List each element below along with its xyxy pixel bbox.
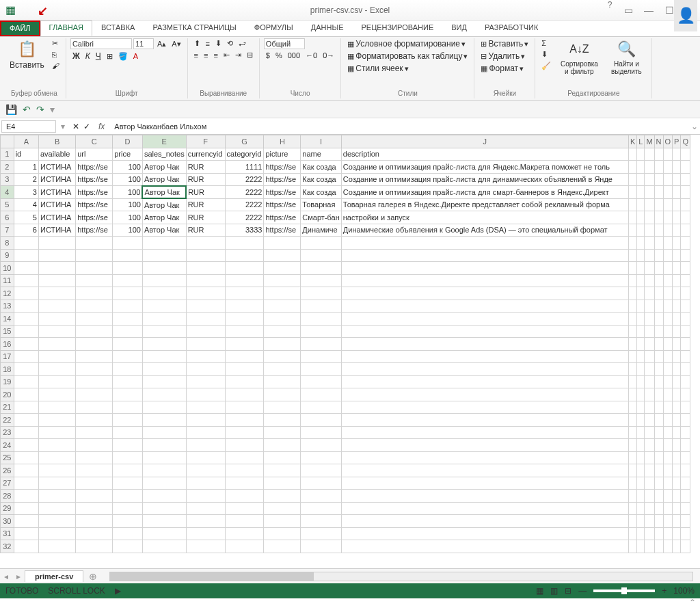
cell[interactable] [225,414,264,427]
cell[interactable] [637,490,645,503]
cell[interactable] [663,502,673,515]
cell[interactable] [341,540,628,553]
cut-icon[interactable]: ✂ [50,38,62,49]
cell[interactable] [341,515,628,528]
cell[interactable] [142,262,186,275]
cell[interactable] [645,287,654,300]
sort-filter-button[interactable]: A↓ZСортировка и фильтр [556,38,602,77]
cell[interactable] [14,464,38,477]
cell[interactable]: https://se [264,186,301,199]
cell[interactable] [637,148,645,161]
cell[interactable] [113,249,143,262]
cell[interactable] [673,148,681,161]
cell[interactable]: 2 [14,173,38,186]
cell[interactable] [645,350,654,363]
cell[interactable] [673,198,681,211]
merge-icon[interactable]: ⊟ [245,50,255,60]
cell[interactable] [654,313,663,326]
cell[interactable] [681,211,690,224]
cell[interactable] [14,388,38,401]
zoom-out-icon[interactable]: — [578,586,587,596]
cell[interactable] [637,249,645,262]
cell[interactable] [628,173,636,186]
cell[interactable] [142,388,186,401]
cell[interactable] [186,490,225,503]
cell[interactable] [76,439,113,452]
cell[interactable] [663,211,673,224]
cell[interactable] [654,338,663,351]
align-middle-icon[interactable]: ≡ [204,39,212,49]
cell[interactable] [113,527,143,540]
cell[interactable] [681,237,690,250]
cell[interactable]: 2222 [225,211,264,224]
row-header[interactable]: 26 [1,464,14,477]
cell[interactable] [681,249,690,262]
cell[interactable] [681,161,690,174]
cell[interactable] [673,274,681,287]
cell[interactable] [225,325,264,338]
cell[interactable]: 100 [113,224,143,237]
cell[interactable] [76,262,113,275]
cell[interactable] [628,211,636,224]
cell[interactable] [225,502,264,515]
col-header[interactable]: N [654,135,663,148]
cell[interactable] [14,451,38,464]
cell[interactable] [663,148,673,161]
cell[interactable] [225,426,264,439]
cell[interactable] [301,363,341,376]
cell[interactable] [681,325,690,338]
cell[interactable] [264,540,301,553]
cell[interactable] [38,401,75,414]
cell[interactable] [301,325,341,338]
cell[interactable] [225,375,264,388]
cell[interactable] [645,300,654,313]
cell[interactable] [225,540,264,553]
cell[interactable] [645,148,654,161]
cell[interactable] [76,527,113,540]
cell[interactable] [264,237,301,250]
cell[interactable]: https://se [76,161,113,174]
cell[interactable] [113,490,143,503]
cell[interactable] [142,477,186,490]
cell[interactable] [186,262,225,275]
cell[interactable] [186,414,225,427]
horizontal-scrollbar[interactable] [109,572,693,581]
cell[interactable] [681,274,690,287]
cell[interactable] [663,350,673,363]
cell[interactable] [645,439,654,452]
cell[interactable] [264,262,301,275]
cell[interactable] [645,313,654,326]
cell[interactable]: 4 [14,198,38,211]
cell[interactable]: Динамиче [301,224,341,237]
cell[interactable] [663,414,673,427]
redo-icon[interactable]: ↷ [36,104,44,115]
cell[interactable]: 100 [113,211,143,224]
cell[interactable] [341,274,628,287]
cell[interactable] [681,198,690,211]
cell[interactable] [76,388,113,401]
cell[interactable] [654,237,663,250]
cell[interactable] [225,313,264,326]
cell[interactable] [76,426,113,439]
cell[interactable]: ИСТИНА [38,211,75,224]
cell[interactable] [681,388,690,401]
row-header[interactable]: 28 [1,490,14,503]
cell[interactable] [681,375,690,388]
cell[interactable] [673,451,681,464]
cell[interactable] [673,186,681,199]
cell[interactable] [186,540,225,553]
cell[interactable] [264,451,301,464]
cell[interactable]: RUR [186,173,225,186]
cell[interactable] [637,502,645,515]
cell[interactable] [38,477,75,490]
cell[interactable] [225,262,264,275]
cell[interactable] [38,515,75,528]
cell[interactable] [14,401,38,414]
cell[interactable] [38,540,75,553]
cell[interactable] [637,477,645,490]
cell[interactable] [628,540,636,553]
cell[interactable] [225,338,264,351]
cell[interactable] [264,527,301,540]
cell[interactable] [225,274,264,287]
cell[interactable] [264,401,301,414]
